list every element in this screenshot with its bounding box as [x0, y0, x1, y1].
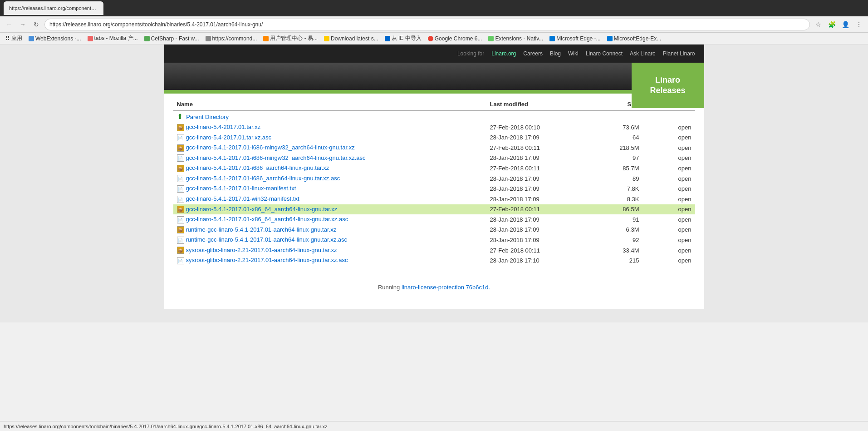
linaro-org-link[interactable]: Linaro.org: [491, 50, 516, 57]
file-modified-cell: 27-Feb-2018 00:11: [486, 163, 591, 173]
file-license-cell: open: [643, 163, 695, 173]
file-link[interactable]: gcc-linaro-5.4.1-2017.01-i686-mingw32_aa…: [186, 144, 355, 151]
table-row: 📦gcc-linaro-5.4.1-2017.01-i686_aarch64-l…: [173, 163, 695, 173]
file-license-cell: open: [643, 143, 695, 153]
download-favicon: [324, 36, 329, 41]
name-header: Name: [173, 98, 486, 111]
bookmark-label: WebExtensions -...: [35, 35, 81, 42]
file-license-cell: open: [643, 122, 695, 133]
file-link[interactable]: gcc-linaro-5.4.1-2017.01-i686_aarch64-li…: [186, 175, 340, 182]
bookmark-label: tabs - Mozilla 产...: [94, 35, 138, 42]
text-icon: 📄: [177, 216, 184, 223]
table-row: 📦runtime-gcc-linaro-5.4.1-2017.01-aarch6…: [173, 225, 695, 235]
file-link[interactable]: gcc-linaro-5.4.1-2017.01-i686_aarch64-li…: [186, 164, 329, 171]
running-text: Running: [378, 284, 402, 291]
cef-favicon: [144, 36, 150, 41]
tabs-favicon: [88, 36, 93, 41]
file-size-cell: 86.5M: [591, 204, 643, 215]
file-license-cell: open: [643, 153, 695, 163]
file-name-cell: 📄gcc-linaro-5.4.1-2017.01-x86_64_aarch64…: [173, 214, 486, 225]
wiki-link[interactable]: Wiki: [568, 50, 579, 57]
file-link[interactable]: sysroot-glibc-linaro-2.21-2017.01-aarch6…: [186, 257, 348, 263]
file-license-cell: open: [643, 194, 695, 204]
webext-favicon: [29, 36, 34, 41]
back-button[interactable]: ←: [4, 19, 15, 30]
file-size-cell: 85.7M: [591, 163, 643, 173]
file-modified-cell: 28-Jan-2018 17:09: [486, 133, 591, 143]
profile-button[interactable]: 👤: [840, 19, 851, 30]
file-link[interactable]: gcc-linaro-5.4.1-2017.01-i686-mingw32_aa…: [186, 154, 366, 161]
edge2-favicon: [607, 36, 613, 41]
extensions-button[interactable]: 🧩: [826, 19, 837, 30]
url-bar[interactable]: [44, 19, 810, 30]
file-link[interactable]: runtime-gcc-linaro-5.4.1-2017.01-aarch64…: [186, 236, 348, 243]
file-modified-cell: 28-Jan-2018 17:09: [486, 235, 591, 245]
tab-label: https://releases.linaro.org/components/t…: [9, 5, 98, 11]
table-row: 📦gcc-linaro-5.4.1-2017.01-i686-mingw32_a…: [173, 143, 695, 153]
file-modified-cell: 27-Feb-2018 00:11: [486, 204, 591, 215]
bookmark-ie-import[interactable]: 从 IE 中导入: [383, 34, 423, 43]
archive-icon: 📦: [177, 124, 184, 131]
text-icon: 📄: [177, 196, 184, 203]
bookmark-label: 从 IE 中导入: [392, 35, 422, 42]
file-size-cell: 97: [591, 153, 643, 163]
archive-icon: 📦: [177, 226, 184, 233]
file-name-cell: 📦runtime-gcc-linaro-5.4.1-2017.01-aarch6…: [173, 225, 486, 235]
bookmark-label: https://commond...: [212, 35, 257, 42]
bookmark-commond[interactable]: https://commond...: [204, 35, 259, 43]
table-row: 📄gcc-linaro-5.4.1-2017.01-i686_aarch64-l…: [173, 173, 695, 184]
up-icon: ⬆: [177, 113, 183, 120]
ask-linaro-link[interactable]: Ask Linaro: [630, 50, 656, 57]
bookmark-label: Extensions - Nativ...: [495, 35, 543, 42]
file-link[interactable]: gcc-linaro-5.4.1-2017.01-win32-manifest.…: [186, 195, 299, 202]
bookmark-extensions[interactable]: Extensions - Nativ...: [486, 35, 545, 43]
file-name-cell: 📄runtime-gcc-linaro-5.4.1-2017.01-aarch6…: [173, 235, 486, 245]
file-name-cell: 📄sysroot-glibc-linaro-2.21-2017.01-aarch…: [173, 255, 486, 266]
file-link[interactable]: gcc-linaro-5.4-2017.01.tar.xz.asc: [186, 134, 272, 141]
file-size-cell: 7.8K: [591, 183, 643, 194]
active-tab[interactable]: https://releases.linaro.org/components/t…: [4, 1, 103, 15]
bookmark-webext[interactable]: WebExtensions -...: [27, 35, 83, 43]
url-input[interactable]: [49, 21, 805, 28]
reload-button[interactable]: ↻: [31, 19, 42, 30]
apps-icon: ⠿: [5, 35, 10, 42]
file-name-cell: 📄gcc-linaro-5.4.1-2017.01-i686-mingw32_a…: [173, 153, 486, 163]
license-protection-link[interactable]: linaro-license-protection 76b6c1d.: [402, 284, 490, 291]
linaro-connect-link[interactable]: Linaro Connect: [586, 50, 623, 57]
bookmark-user-mgmt[interactable]: 用户管理中心 - 易...: [261, 34, 319, 43]
forward-button[interactable]: →: [17, 19, 28, 30]
bookmark-tabs[interactable]: tabs - Mozilla 产...: [86, 34, 140, 43]
menu-button[interactable]: ⋮: [853, 19, 864, 30]
tab-bar: https://releases.linaro.org/components/t…: [0, 0, 868, 16]
file-link[interactable]: gcc-linaro-5.4.1-2017.01-linux-manifest.…: [186, 185, 296, 192]
bookmark-download-latest[interactable]: Download latest s...: [322, 35, 380, 43]
file-license-cell: open: [643, 225, 695, 235]
blog-link[interactable]: Blog: [550, 50, 561, 57]
bookmark-google-chrome[interactable]: Google Chrome 6...: [426, 35, 484, 43]
bookmark-star[interactable]: ☆: [813, 19, 824, 30]
commond-favicon: [206, 36, 211, 41]
archive-icon: 📦: [177, 206, 184, 213]
file-license-cell: open: [643, 204, 695, 215]
careers-link[interactable]: Careers: [523, 50, 543, 57]
bookmark-edge[interactable]: Microsoft Edge -...: [548, 35, 602, 43]
bookmark-apps[interactable]: ⠿ 应用: [4, 34, 24, 43]
file-link[interactable]: gcc-linaro-5.4.1-2017.01-x86_64_aarch64-…: [186, 216, 348, 223]
file-link[interactable]: gcc-linaro-5.4.1-2017.01-x86_64_aarch64-…: [186, 206, 338, 213]
file-link[interactable]: runtime-gcc-linaro-5.4.1-2017.01-aarch64…: [186, 226, 337, 233]
bookmark-cefsharp[interactable]: CefSharp - Fast w...: [142, 35, 201, 43]
text-icon: 📄: [177, 257, 184, 264]
file-link[interactable]: sysroot-glibc-linaro-2.21-2017.01-aarch6…: [186, 247, 337, 253]
file-license-cell: open: [643, 235, 695, 245]
bookmark-label: Google Chrome 6...: [435, 35, 482, 42]
bookmark-label: Download latest s...: [331, 35, 378, 42]
file-license-cell: open: [643, 173, 695, 184]
planet-linaro-link[interactable]: Planet Linaro: [663, 50, 695, 57]
parent-dir-link[interactable]: Parent Directory: [186, 114, 229, 120]
file-link[interactable]: gcc-linaro-5.4-2017.01.tar.xz: [186, 124, 261, 130]
file-license-cell: open: [643, 133, 695, 143]
parent-dir-cell: ⬆ Parent Directory: [173, 111, 695, 123]
table-row: 📦gcc-linaro-5.4.1-2017.01-x86_64_aarch64…: [173, 204, 695, 215]
bookmark-edge2[interactable]: MicrosoftEdge-Ex...: [605, 35, 663, 43]
linaro-header: Looking for Linaro.org Careers Blog Wiki…: [164, 45, 704, 94]
